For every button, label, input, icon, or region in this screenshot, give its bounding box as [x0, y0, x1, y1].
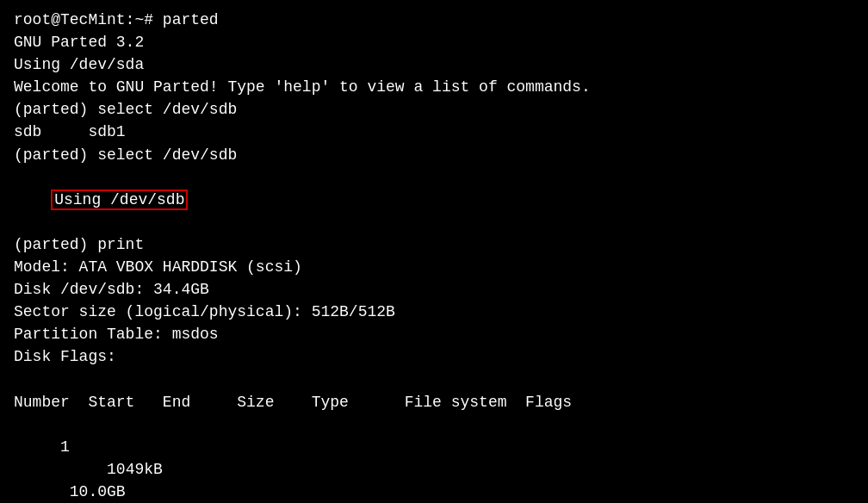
col-start: 1049kB	[51, 461, 163, 478]
line-welcome: Welcome to GNU Parted! Type 'help' to vi…	[14, 76, 854, 98]
terminal-window: root@TecMint:~# parted GNU Parted 3.2 Us…	[14, 9, 854, 494]
line-disk-flags: Disk Flags:	[14, 345, 854, 368]
line-sdb-info: sdb sdb1	[14, 121, 854, 143]
col-end: 10.0GB	[51, 483, 125, 500]
line-select-sdb2: (parted) select /dev/sdb	[14, 144, 854, 166]
line-print-cmd: (parted) print	[14, 233, 854, 256]
line-model: Model: ATA VBOX HARDDISK (scsi)	[14, 256, 854, 278]
col-number: 1	[51, 438, 70, 456]
line-empty1	[14, 369, 854, 391]
line-gnu-version: GNU Parted 3.2	[14, 31, 854, 53]
line-partition-table: Partition Table: msdos	[14, 323, 854, 345]
line-using-sdb: Using /dev/sdb	[14, 166, 854, 233]
line-disk-size: Disk /dev/sdb: 34.4GB	[14, 278, 854, 301]
line-select-sdb1: (parted) select /dev/sdb	[14, 98, 854, 121]
line-prompt-start: root@TecMint:~# parted	[14, 9, 854, 31]
table-header: Number Start End Size Type File system F…	[14, 391, 854, 413]
line-sector-size: Sector size (logical/physical): 512B/512…	[14, 301, 854, 323]
line-using-sda: Using /dev/sda	[14, 53, 854, 76]
using-sdb-highlight: Using /dev/sdb	[51, 189, 188, 210]
table-row-1: 1 1049kB 10.0GB 9999MB primary ext4	[14, 413, 854, 503]
